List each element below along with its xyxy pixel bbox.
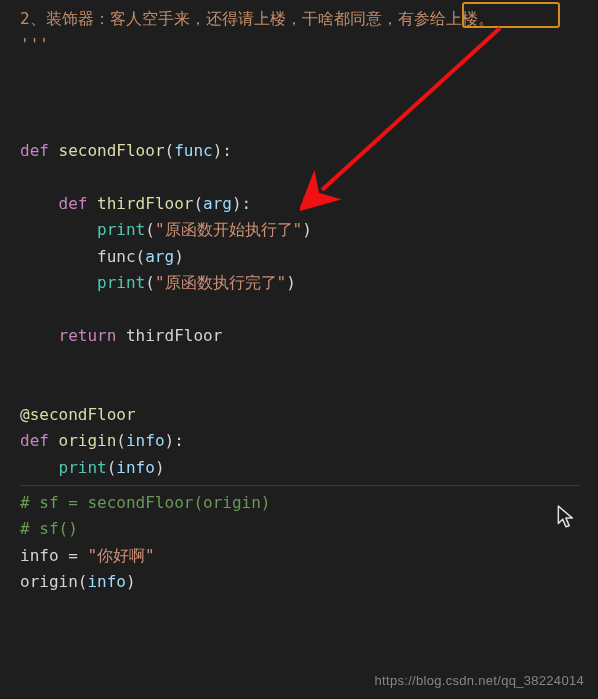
decorator: @secondFloor [20, 405, 136, 424]
param-arg: arg [203, 194, 232, 213]
code-editor: 2、装饰器：客人空手来，还得请上楼，干啥都同意，有参给上楼。 ''' def s… [0, 0, 598, 606]
code-block: 2、装饰器：客人空手来，还得请上楼，干啥都同意，有参给上楼。 ''' def s… [20, 6, 588, 481]
paren-open: ( [145, 273, 155, 292]
docstring-end: ''' [20, 35, 49, 54]
ident-info: info [20, 546, 59, 565]
watermark: https://blog.csdn.net/qq_38224014 [375, 670, 584, 691]
colon: : [174, 431, 184, 450]
comment-sf2: # sf() [20, 519, 78, 538]
paren-close: ) [302, 220, 312, 239]
paren-close: ) [155, 458, 165, 477]
paren-close: ) [286, 273, 296, 292]
comment-sf1: # sf = secondFloor(origin) [20, 493, 270, 512]
string-start-exec: "原函数开始执行了" [155, 220, 302, 239]
paren-open: ( [136, 247, 146, 266]
keyword-def: def [20, 141, 49, 160]
paren-open: ( [78, 572, 88, 591]
paren-close: ) [165, 431, 175, 450]
arg-info-2: info [87, 572, 126, 591]
builtin-print: print [97, 220, 145, 239]
call-origin: origin [20, 572, 78, 591]
assign-eq: = [59, 546, 88, 565]
func-secondFloor: secondFloor [59, 141, 165, 160]
string-done-exec: "原函数执行完了" [155, 273, 286, 292]
comment-line-1: 2、装饰器：客人空手来，还得请上楼，干啥都同意，有参给上楼。 [20, 9, 494, 28]
arg-info: info [116, 458, 155, 477]
call-func: func [97, 247, 136, 266]
paren-close: ) [213, 141, 223, 160]
keyword-def: def [20, 431, 49, 450]
separator [20, 485, 580, 486]
arg-pass: arg [145, 247, 174, 266]
paren-open: ( [193, 194, 203, 213]
paren-close: ) [126, 572, 136, 591]
colon: : [242, 194, 252, 213]
string-hello: "你好啊" [87, 546, 154, 565]
param-info: info [126, 431, 165, 450]
return-thirdFloor: thirdFloor [126, 326, 222, 345]
builtin-print: print [97, 273, 145, 292]
colon: : [222, 141, 232, 160]
paren-open: ( [145, 220, 155, 239]
builtin-print: print [59, 458, 107, 477]
param-func: func [174, 141, 213, 160]
paren-open: ( [107, 458, 117, 477]
func-thirdFloor: thirdFloor [97, 194, 193, 213]
func-origin: origin [59, 431, 117, 450]
code-block-2: # sf = secondFloor(origin) # sf() info =… [20, 490, 588, 596]
paren-close: ) [232, 194, 242, 213]
paren-close: ) [174, 247, 184, 266]
keyword-def: def [59, 194, 88, 213]
paren-open: ( [165, 141, 175, 160]
keyword-return: return [59, 326, 117, 345]
paren-open: ( [116, 431, 126, 450]
